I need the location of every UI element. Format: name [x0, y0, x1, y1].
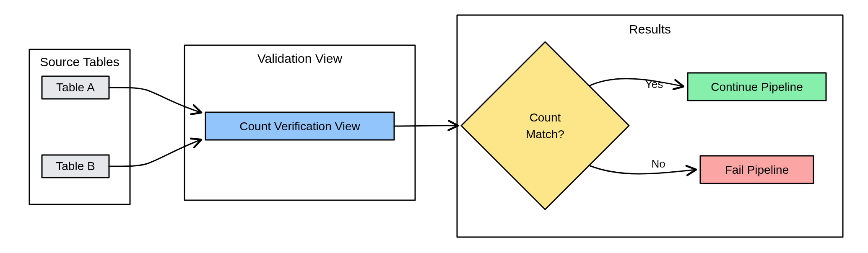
edge-table-a-to-view — [109, 88, 200, 112]
edge-no-label: No — [651, 157, 665, 170]
pipeline-diagram: Source Tables Table A Table B Validation… — [0, 0, 868, 253]
edge-decision-yes — [589, 79, 683, 86]
node-decision-count-match: Count Match? — [461, 42, 629, 209]
node-fail-label: Fail Pipeline — [725, 163, 789, 176]
group-validation-title: Validation View — [257, 52, 343, 65]
group-results-title: Results — [629, 22, 671, 36]
edge-yes-label: Yes — [645, 78, 663, 90]
node-table-b-label: Table B — [56, 160, 95, 173]
node-table-b: Table B — [42, 155, 109, 178]
group-source-title: Source Tables — [40, 55, 120, 69]
node-count-verification-view: Count Verification View — [205, 112, 394, 140]
node-fail-pipeline: Fail Pipeline — [700, 156, 813, 183]
node-decision-line2: Match? — [526, 128, 564, 141]
node-table-a-label: Table A — [56, 81, 95, 94]
node-decision-line1: Count — [530, 111, 561, 124]
node-continue-pipeline: Continue Pipeline — [688, 73, 826, 101]
edge-decision-no — [589, 165, 695, 174]
node-continue-label: Continue Pipeline — [711, 80, 803, 93]
group-validation-view: Validation View Count Verification View — [185, 45, 415, 200]
edge-view-to-decision — [394, 126, 457, 126]
group-source-tables: Source Tables Table A Table B — [29, 49, 130, 204]
edge-table-b-to-view — [109, 140, 200, 166]
node-count-view-label: Count Verification View — [239, 120, 360, 133]
svg-rect-0 — [29, 49, 130, 204]
node-table-a: Table A — [42, 76, 109, 99]
group-results: Results Count Match? Continue Pipeline F… — [457, 15, 843, 237]
